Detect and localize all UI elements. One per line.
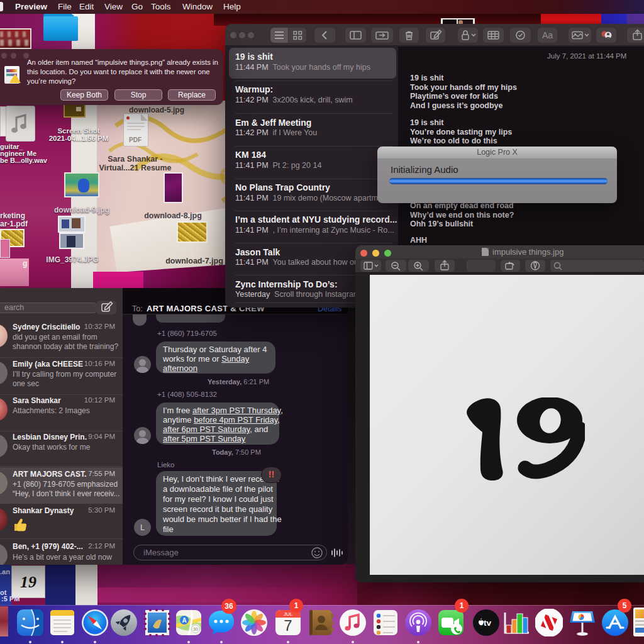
svg-text:JUL: JUL: [284, 611, 293, 617]
svg-text:A: A: [182, 617, 186, 624]
svg-text:7: 7: [284, 617, 292, 634]
svg-text:30: 30: [193, 627, 198, 631]
svg-text:tv: tv: [484, 618, 491, 628]
